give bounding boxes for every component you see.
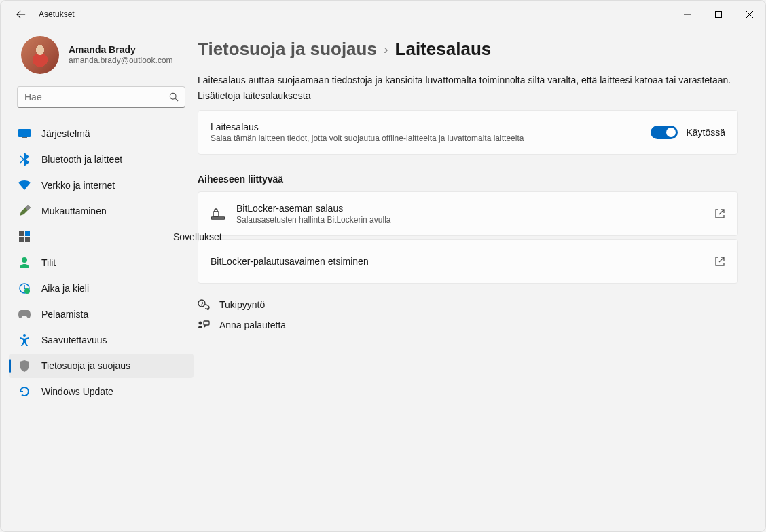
shield-icon [18, 360, 31, 372]
bluetooth-icon [18, 153, 31, 166]
profile-block[interactable]: Amanda Brady amanda.brady@outlook.com [9, 33, 194, 86]
brush-icon [18, 205, 31, 217]
sidebar-item-label: Tilit [41, 257, 56, 268]
footer-link-label: Anna palautetta [219, 320, 286, 330]
sidebar-item-label: Pelaamista [41, 309, 88, 320]
sidebar-item-gaming[interactable]: Pelaamista [9, 302, 194, 326]
sidebar-item-label: Saavutettavuus [41, 335, 107, 345]
sidebar-item-apps[interactable]: Sovellukset [9, 225, 194, 249]
svg-rect-17 [204, 321, 209, 325]
card-title: BitLocker-aseman salaus [236, 203, 704, 214]
profile-email: amanda.brady@outlook.com [69, 56, 173, 66]
get-help-link[interactable]: Tukipyyntö [198, 299, 738, 311]
svg-rect-14 [211, 217, 225, 219]
card-subtitle: Salausasetusten hallinta BitLockerin avu… [236, 215, 704, 225]
sidebar-item-network[interactable]: Verkko ja internet [9, 173, 194, 197]
person-icon [18, 256, 31, 269]
svg-rect-5 [19, 231, 24, 236]
svg-point-1 [170, 93, 176, 99]
search-box [17, 86, 185, 108]
profile-name: Amanda Brady [69, 43, 173, 56]
accessibility-icon [18, 334, 31, 346]
card-title: BitLocker-palautusavaimen etsiminen [211, 256, 704, 267]
sidebar-item-label: Järjestelmä [41, 128, 90, 139]
close-button[interactable] [734, 1, 765, 28]
system-icon [18, 128, 31, 140]
bitlocker-drive-card[interactable]: BitLocker-aseman salaus Salausasetusten … [198, 191, 738, 236]
card-title: Laitesalaus [211, 121, 640, 132]
toggle-state-label: Käytössä [686, 127, 725, 138]
svg-rect-7 [19, 238, 24, 242]
learn-more-link[interactable]: Lisätietoja laitesalauksesta [198, 90, 311, 101]
sidebar-item-time-language[interactable]: Aika ja kieli [9, 276, 194, 301]
device-encryption-card: Laitesalaus Salaa tämän laitteen tiedot,… [198, 110, 738, 155]
sidebar-item-accounts[interactable]: Tilit [9, 250, 194, 275]
maximize-button[interactable] [703, 1, 734, 28]
sidebar-item-windows-update[interactable]: Windows Update [9, 379, 194, 404]
device-encryption-toggle[interactable] [651, 126, 678, 139]
search-input[interactable] [17, 86, 185, 108]
bitlocker-recovery-card[interactable]: BitLocker-palautusavaimen etsiminen [198, 239, 738, 284]
sidebar-item-label: Tietosuoja ja suojaus [41, 360, 130, 371]
update-icon [18, 385, 31, 398]
wifi-icon [18, 179, 31, 191]
sidebar-item-bluetooth[interactable]: Bluetooth ja laitteet [9, 147, 194, 172]
gamepad-icon [18, 308, 31, 320]
svg-point-16 [199, 322, 202, 325]
breadcrumb-parent[interactable]: Tietosuoja ja suojaus [198, 39, 377, 60]
svg-rect-8 [25, 238, 30, 242]
avatar [21, 36, 59, 74]
sidebar-item-label: Bluetooth ja laitteet [41, 154, 122, 165]
help-icon [198, 299, 210, 311]
page-description: Laitesalaus auttaa suojaamaan tiedostoja… [198, 73, 738, 88]
svg-point-12 [23, 334, 26, 337]
breadcrumb: Tietosuoja ja suojaus › Laitesalaus [198, 39, 738, 60]
svg-rect-0 [716, 12, 722, 18]
back-button[interactable] [13, 6, 29, 22]
svg-rect-3 [22, 137, 27, 138]
card-subtitle: Salaa tämän laitteen tiedot, jotta voit … [211, 134, 640, 143]
svg-rect-13 [213, 212, 219, 216]
give-feedback-link[interactable]: Anna palautetta [198, 319, 738, 331]
external-link-icon [714, 256, 725, 267]
svg-point-9 [22, 257, 27, 263]
sidebar-item-personalization[interactable]: Mukauttaminen [9, 199, 194, 223]
sidebar-item-accessibility[interactable]: Saavutettavuus [9, 328, 194, 352]
minimize-button[interactable] [672, 1, 703, 28]
svg-rect-2 [18, 129, 31, 137]
apps-icon [18, 231, 31, 243]
sidebar-item-privacy-security[interactable]: Tietosuoja ja suojaus [9, 354, 194, 378]
sidebar-item-system[interactable]: Järjestelmä [9, 121, 194, 146]
lock-drive-icon [211, 208, 225, 220]
svg-rect-6 [25, 231, 30, 236]
external-link-icon [714, 208, 725, 219]
sidebar-item-label: Windows Update [41, 386, 113, 397]
sidebar-item-label: Verkko ja internet [41, 180, 115, 191]
sidebar-item-label: Aika ja kieli [41, 283, 89, 294]
app-title: Asetukset [39, 10, 75, 19]
clock-globe-icon [18, 282, 31, 294]
chevron-right-icon: › [384, 41, 388, 57]
related-section-header: Aiheeseen liittyvää [198, 174, 738, 185]
footer-link-label: Tukipyyntö [219, 299, 265, 310]
search-icon [169, 92, 179, 102]
page-title: Laitesalaus [395, 39, 492, 60]
sidebar-item-label: Mukauttaminen [41, 206, 107, 216]
overflow-label: Sovellukset [173, 231, 222, 242]
feedback-icon [198, 319, 210, 331]
svg-point-11 [24, 288, 30, 294]
